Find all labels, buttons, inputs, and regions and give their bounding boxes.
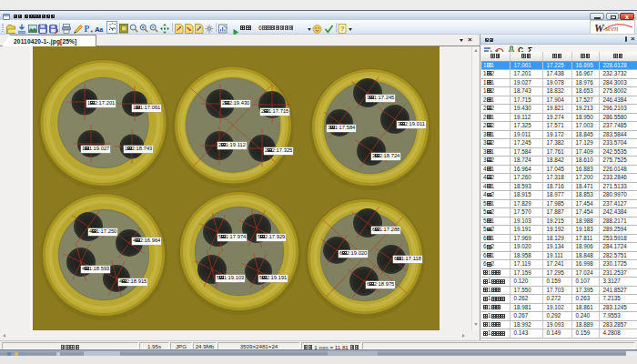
svg-text:a: a [99, 26, 103, 33]
svg-text:?: ? [340, 25, 345, 33]
svg-text:P: P [85, 25, 90, 34]
